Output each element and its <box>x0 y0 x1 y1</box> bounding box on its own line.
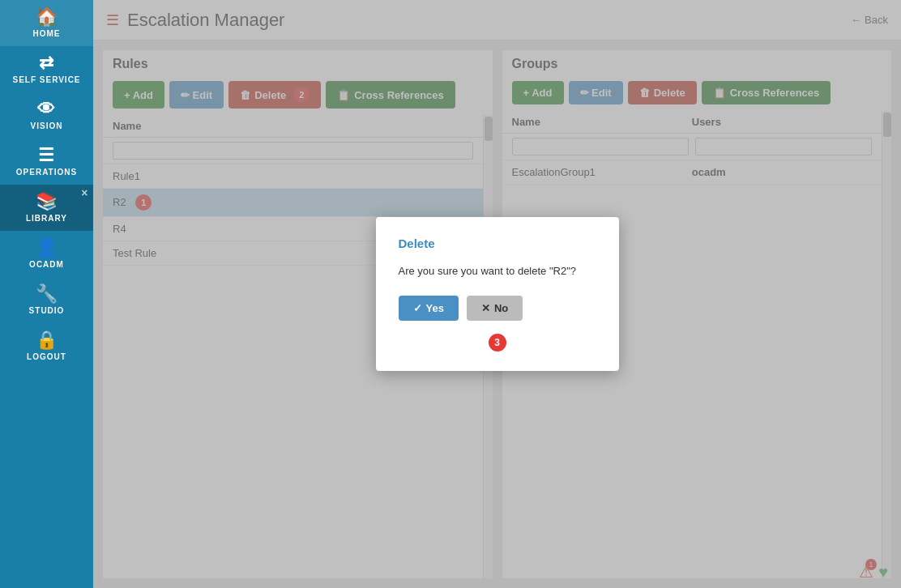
sidebar-label-self-service: SELF SERVICE <box>12 75 80 84</box>
library-icon: 📚 <box>36 193 58 211</box>
no-label: No <box>494 302 508 314</box>
yes-label: Yes <box>426 302 444 314</box>
modal-overlay: Delete Are you sure you want to delete "… <box>93 0 901 588</box>
sidebar-label-ocadm: OCADM <box>29 260 64 269</box>
sidebar-item-self-service[interactable]: ⇄ SELF SERVICE <box>0 46 93 92</box>
x-icon: ✕ <box>481 302 490 314</box>
sidebar-item-library[interactable]: 📚 LIBRARY <box>0 185 93 231</box>
modal-body: Are you sure you want to delete "R2"? <box>399 263 596 279</box>
checkmark-icon: ✓ <box>413 302 422 314</box>
vision-icon: 👁 <box>37 100 56 118</box>
modal-footer: ✓ Yes ✕ No <box>399 296 596 321</box>
sidebar-item-logout[interactable]: 🔒 LOGOUT <box>0 323 93 369</box>
sidebar-item-studio[interactable]: 🔧 STUDIO <box>0 277 93 323</box>
sidebar-item-vision[interactable]: 👁 VISION <box>0 92 93 138</box>
self-service-icon: ⇄ <box>39 54 54 72</box>
sidebar-label-vision: VISION <box>31 121 63 130</box>
ocadm-icon: 👤 <box>36 239 58 257</box>
sidebar-item-home[interactable]: 🏠 HOME <box>0 0 93 46</box>
home-icon: 🏠 <box>36 8 58 26</box>
sidebar-label-operations: OPERATIONS <box>16 168 77 177</box>
sidebar-label-library: LIBRARY <box>26 214 67 223</box>
modal-no-button[interactable]: ✕ No <box>467 296 523 321</box>
sidebar-item-operations[interactable]: ☰ OPERATIONS <box>0 138 93 185</box>
modal-yes-button[interactable]: ✓ Yes <box>399 296 459 321</box>
sidebar-label-home: HOME <box>33 29 61 38</box>
logout-icon: 🔒 <box>36 331 58 349</box>
badge-3: 3 <box>489 334 506 352</box>
modal-title: Delete <box>399 236 596 250</box>
operations-icon: ☰ <box>38 147 55 164</box>
sidebar-item-ocadm[interactable]: 👤 OCADM <box>0 231 93 277</box>
sidebar-label-studio: STUDIO <box>29 306 65 315</box>
sidebar: 🏠 HOME ⇄ SELF SERVICE 👁 VISION ☰ OPERATI… <box>0 0 93 588</box>
studio-icon: 🔧 <box>36 285 58 303</box>
main-content: ☰ Escalation Manager ← Back Rules + Add … <box>93 0 901 588</box>
delete-modal: Delete Are you sure you want to delete "… <box>376 217 619 371</box>
sidebar-label-logout: LOGOUT <box>27 352 66 361</box>
